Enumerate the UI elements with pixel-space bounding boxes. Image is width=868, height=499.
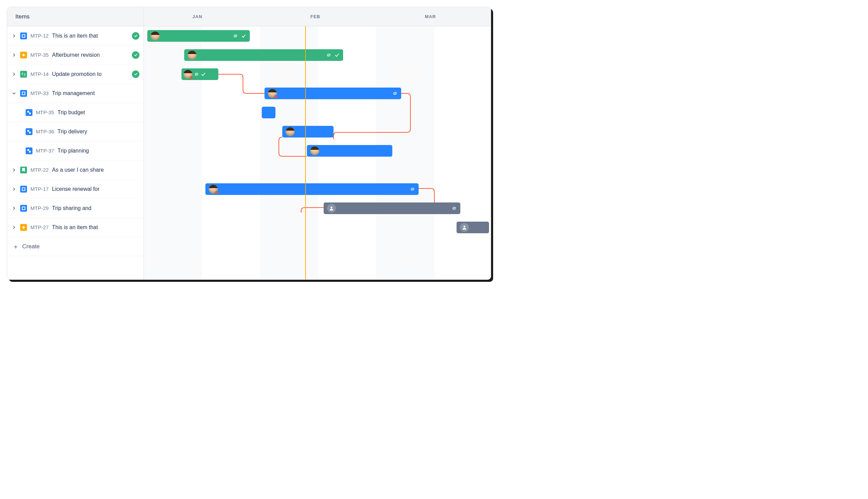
timeline-bar[interactable] (264, 87, 401, 99)
item-title: This is an item that (52, 33, 128, 39)
timeline-row (144, 65, 491, 84)
item-key: MTP-33 (30, 90, 49, 96)
timeline-bar[interactable] (307, 145, 392, 157)
header-row: Items JAN FEB MAR (7, 7, 491, 26)
timeline-row (144, 103, 491, 122)
item-row[interactable]: MTP-33 Trip management (7, 84, 143, 103)
chevron-right-icon[interactable] (11, 206, 17, 211)
timeline-bar[interactable] (184, 49, 343, 61)
issue-type-icon (20, 224, 27, 231)
items-column-header: Items (7, 7, 144, 26)
items-list: MTP-12 This is an item that MTP-35 After… (7, 26, 144, 279)
svg-rect-7 (29, 151, 31, 153)
item-title: This is an item that (52, 224, 143, 231)
item-row[interactable]: MTP-17 License renewal for (7, 180, 143, 199)
timeline-row (144, 84, 491, 103)
subtask-icon (26, 128, 33, 135)
chevron-right-icon[interactable] (11, 167, 17, 173)
timeline-area[interactable] (144, 26, 491, 279)
item-key: MTP-12 (30, 33, 49, 39)
timeline-bar[interactable] (205, 183, 419, 195)
item-row[interactable]: MTP-35 Afterburner revision (7, 46, 143, 65)
unassigned-avatar-icon (327, 204, 336, 213)
avatar-icon (310, 146, 319, 155)
link-icon (326, 52, 331, 58)
avatar-icon (188, 51, 197, 60)
item-row[interactable]: MTP-22 As a user I can share (7, 160, 143, 180)
item-key: MTP-36 (36, 129, 54, 134)
check-icon (241, 33, 247, 39)
chevron-right-icon[interactable] (11, 33, 17, 39)
chevron-right-icon[interactable] (11, 72, 17, 77)
check-icon (334, 52, 340, 58)
svg-rect-8 (22, 188, 25, 191)
today-marker (305, 26, 306, 279)
svg-rect-4 (27, 130, 29, 132)
item-row-child[interactable]: MTP-37 Trip planning (7, 141, 143, 160)
month-label: FEB (310, 7, 320, 26)
link-icon (410, 186, 415, 192)
item-title: License renewal for (52, 186, 143, 192)
plus-icon: ＋ (13, 243, 19, 251)
item-row-child[interactable]: MTP-35 Trip budget (7, 103, 143, 122)
svg-rect-0 (22, 35, 25, 37)
chevron-right-icon[interactable] (11, 225, 17, 230)
svg-point-10 (330, 207, 332, 208)
timeline-row (144, 141, 491, 160)
chevron-right-icon[interactable] (11, 52, 17, 58)
issue-type-icon (20, 167, 27, 173)
timeline-row (144, 122, 491, 141)
item-row[interactable]: MTP-12 This is an item that (7, 26, 143, 46)
timeline-row (144, 218, 491, 237)
timeline-row (144, 46, 491, 65)
item-title: Trip management (52, 90, 143, 96)
link-icon (392, 90, 398, 96)
link-icon (194, 72, 199, 77)
avatar-icon (268, 89, 277, 98)
month-label: JAN (192, 7, 202, 26)
item-title: Afterburner revision (52, 52, 128, 58)
chevron-right-icon[interactable] (11, 186, 17, 192)
timeline-bar[interactable] (456, 222, 489, 233)
svg-rect-9 (22, 207, 25, 210)
item-title: Trip sharing and (52, 205, 143, 211)
create-button[interactable]: ＋ Create (7, 237, 143, 256)
chevron-down-icon[interactable] (11, 90, 17, 96)
avatar-icon (209, 185, 218, 194)
timeline-bar[interactable] (324, 203, 460, 214)
item-title: As a user I can share (52, 167, 143, 173)
link-icon (451, 206, 457, 211)
item-key: MTP-37 (36, 148, 54, 154)
item-row[interactable]: MTP-14 Update promotion to (7, 65, 143, 84)
svg-rect-6 (27, 149, 29, 151)
subtask-icon (26, 109, 33, 116)
item-row[interactable]: MTP-29 Trip sharing and (7, 199, 143, 218)
timeline-bar[interactable] (181, 69, 218, 80)
create-label: Create (22, 243, 40, 250)
issue-type-icon (20, 33, 27, 39)
item-title: Trip delivery (58, 129, 143, 135)
timeline-bar[interactable] (282, 126, 334, 137)
svg-rect-2 (27, 111, 29, 112)
item-title: Trip planning (58, 148, 143, 154)
timeline-row (144, 199, 491, 218)
issue-type-icon (20, 90, 27, 97)
item-row-child[interactable]: MTP-36 Trip delivery (7, 122, 143, 141)
item-key: MTP-27 (30, 224, 49, 230)
unassigned-avatar-icon (460, 223, 469, 232)
status-done-icon (132, 51, 139, 59)
roadmap-view: Items JAN FEB MAR MTP-12 This is an item… (7, 7, 491, 280)
timeline-bar[interactable] (262, 107, 275, 118)
timeline-bar[interactable] (147, 30, 250, 42)
svg-rect-3 (29, 112, 31, 114)
check-icon (201, 72, 206, 77)
issue-type-icon (20, 205, 27, 212)
status-done-icon (132, 32, 139, 40)
item-key: MTP-35 (36, 109, 54, 115)
item-title: Trip budget (58, 109, 143, 115)
items-label: Items (15, 13, 30, 20)
avatar-icon (184, 70, 192, 79)
svg-rect-1 (22, 92, 25, 95)
svg-rect-5 (29, 132, 31, 133)
item-row[interactable]: MTP-27 This is an item that (7, 218, 143, 237)
